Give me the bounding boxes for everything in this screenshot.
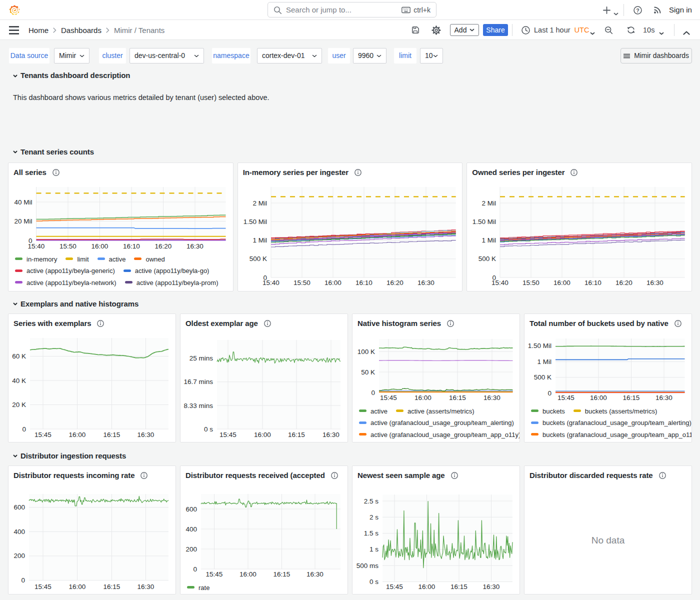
svg-text:1 Mil: 1 Mil (252, 236, 267, 244)
svg-text:15:45: 15:45 (380, 394, 397, 402)
svg-text:16:10: 16:10 (123, 242, 140, 250)
svg-text:500 K: 500 K (249, 255, 266, 262)
svg-text:0: 0 (371, 389, 375, 396)
svg-text:16:00: 16:00 (69, 431, 86, 438)
svg-text:16:15: 16:15 (450, 583, 468, 590)
svg-text:16:15: 16:15 (623, 394, 640, 402)
svg-text:16:30: 16:30 (306, 570, 324, 578)
svg-text:16:00: 16:00 (590, 394, 607, 402)
svg-text:25 mins: 25 mins (190, 354, 214, 362)
svg-text:0: 0 (21, 576, 25, 584)
svg-text:400: 400 (186, 526, 197, 533)
svg-text:16:30: 16:30 (484, 394, 500, 402)
svg-text:60 K: 60 K (12, 352, 26, 360)
svg-text:15:40: 15:40 (28, 242, 45, 250)
svg-text:16:30: 16:30 (138, 583, 154, 590)
svg-text:16:15: 16:15 (449, 394, 466, 402)
svg-text:15:45: 15:45 (220, 431, 236, 438)
svg-text:15:45: 15:45 (34, 431, 52, 438)
svg-text:0: 0 (193, 566, 197, 573)
svg-text:16:30: 16:30 (483, 583, 500, 590)
svg-text:600: 600 (14, 504, 25, 511)
svg-text:1.50 Mil: 1.50 Mil (472, 218, 496, 226)
svg-text:15:40: 15:40 (492, 279, 508, 286)
svg-text:15:50: 15:50 (522, 279, 540, 286)
svg-text:16:10: 16:10 (584, 279, 602, 286)
svg-text:15:50: 15:50 (294, 279, 310, 286)
svg-text:0: 0 (548, 390, 552, 397)
svg-text:1 Mil: 1 Mil (482, 236, 496, 244)
svg-text:15:45: 15:45 (386, 583, 403, 590)
svg-text:15:45: 15:45 (558, 394, 574, 402)
svg-text:15:45: 15:45 (206, 570, 223, 578)
svg-text:16:00: 16:00 (240, 570, 256, 578)
svg-text:2 Mil: 2 Mil (482, 200, 496, 207)
svg-text:40 K: 40 K (12, 377, 26, 384)
svg-text:20 Mil: 20 Mil (14, 218, 32, 225)
svg-text:16:00: 16:00 (554, 279, 570, 286)
svg-text:16:30: 16:30 (322, 431, 340, 438)
svg-text:2 s: 2 s (370, 514, 378, 521)
svg-text:40 Mil: 40 Mil (14, 198, 32, 206)
svg-text:16:30: 16:30 (418, 279, 434, 286)
svg-text:16:00: 16:00 (324, 279, 342, 286)
svg-text:16:00: 16:00 (414, 394, 432, 402)
svg-text:2.5 s: 2.5 s (364, 498, 379, 505)
svg-text:16:30: 16:30 (186, 242, 204, 250)
svg-text:16:30: 16:30 (656, 394, 672, 402)
svg-text:16:10: 16:10 (356, 279, 372, 286)
svg-text:1.5 s: 1.5 s (364, 530, 379, 537)
svg-text:20 K: 20 K (12, 401, 26, 408)
svg-text:16:20: 16:20 (386, 279, 404, 286)
svg-text:200: 200 (186, 546, 197, 553)
svg-text:15:45: 15:45 (34, 583, 52, 590)
svg-text:16:15: 16:15 (288, 431, 305, 438)
svg-text:16:20: 16:20 (155, 242, 172, 250)
svg-text:16:15: 16:15 (274, 570, 290, 578)
svg-text:16:00: 16:00 (418, 583, 436, 590)
svg-text:400: 400 (14, 528, 25, 536)
svg-text:200: 200 (14, 552, 25, 560)
svg-text:8.33 mins: 8.33 mins (184, 402, 213, 410)
svg-text:?: ? (636, 7, 639, 13)
svg-text:0 s: 0 s (370, 578, 378, 586)
svg-text:0: 0 (22, 426, 26, 433)
svg-text:16.7 mins: 16.7 mins (184, 378, 213, 386)
svg-text:500 K: 500 K (534, 374, 552, 381)
svg-text:15:40: 15:40 (262, 279, 280, 286)
svg-text:1 Mil: 1 Mil (537, 358, 552, 366)
svg-text:1 s: 1 s (370, 546, 378, 553)
svg-text:50 K: 50 K (361, 368, 375, 376)
svg-text:2 Mil: 2 Mil (252, 200, 267, 207)
svg-text:16:00: 16:00 (254, 431, 271, 438)
svg-text:15:50: 15:50 (60, 242, 76, 250)
svg-text:16:30: 16:30 (138, 431, 154, 438)
svg-text:16:20: 16:20 (616, 279, 632, 286)
svg-text:600: 600 (186, 506, 197, 513)
svg-text:500 K: 500 K (478, 255, 496, 262)
svg-text:16:00: 16:00 (69, 583, 86, 590)
svg-text:16:15: 16:15 (104, 431, 120, 438)
svg-text:0 s: 0 s (204, 426, 213, 433)
svg-text:1.50 Mil: 1.50 Mil (528, 342, 552, 350)
svg-text:1.50 Mil: 1.50 Mil (243, 218, 266, 226)
svg-text:16:00: 16:00 (92, 242, 108, 250)
svg-text:16:30: 16:30 (646, 279, 664, 286)
svg-text:16:15: 16:15 (104, 583, 120, 590)
svg-text:500 ms: 500 ms (356, 562, 379, 570)
svg-text:100 K: 100 K (358, 348, 375, 356)
